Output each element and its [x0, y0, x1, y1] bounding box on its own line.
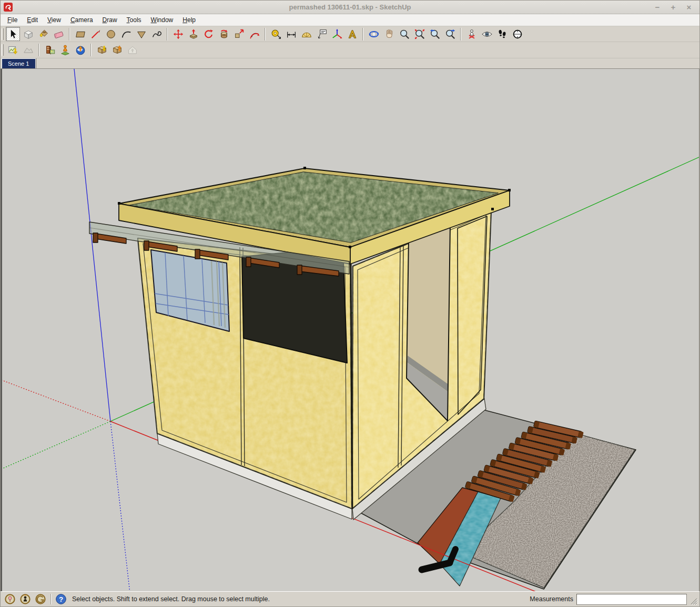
sign-in-status-icon[interactable]	[34, 593, 47, 605]
axes-tool-button[interactable]	[330, 27, 344, 41]
menu-item-help[interactable]: Help	[178, 15, 200, 25]
paint-bucket-tool-button[interactable]	[36, 27, 50, 41]
push-pull-tool-button[interactable]	[186, 27, 200, 41]
toolbar-separator	[460, 28, 461, 41]
polygon-tool-button[interactable]	[134, 27, 148, 41]
geolocation-status-icon[interactable]	[4, 593, 16, 605]
measurements-input[interactable]	[576, 594, 687, 605]
window-controls: −+×	[653, 3, 699, 12]
section-plane-tool-button[interactable]	[510, 27, 524, 41]
svg-text:?: ?	[59, 595, 63, 603]
minimize-button[interactable]: −	[653, 3, 662, 12]
add-building-tool-button[interactable]	[58, 43, 72, 57]
window-title: permashed 130611-01.skp - SketchUp	[1, 3, 699, 11]
scene-tab-strip: Scene 1	[1, 58, 699, 69]
toggle-terrain-tool-button[interactable]	[21, 43, 35, 57]
tape-measure-tool-button[interactable]	[269, 27, 283, 41]
model-credit-status-icon[interactable]	[19, 593, 32, 605]
rotate-tool-button[interactable]	[201, 27, 216, 41]
text-tool-button[interactable]	[315, 27, 329, 41]
zoom-next-tool-button[interactable]	[443, 27, 457, 41]
circle-tool-button[interactable]	[104, 27, 118, 41]
title-bar[interactable]: permashed 130611-01.skp - SketchUp −+×	[1, 1, 699, 14]
toolbar-grip[interactable]	[2, 28, 4, 40]
status-hint: Select objects. Shift to extend select. …	[72, 595, 270, 603]
model-canvas[interactable]	[2, 69, 699, 591]
toolbar-separator	[38, 44, 39, 56]
scene-tab-scene-1[interactable]: Scene 1	[2, 58, 36, 68]
eraser-tool-button[interactable]	[52, 27, 66, 41]
toolbar-separator	[265, 28, 266, 41]
toolbar-web	[1, 42, 699, 58]
toolbar-grip[interactable]	[2, 44, 4, 56]
select-tool-button[interactable]	[6, 27, 20, 41]
status-bar: ? Select objects. Shift to extend select…	[1, 591, 699, 606]
share-component-tool-button[interactable]	[125, 43, 139, 57]
protractor-tool-button[interactable]	[299, 27, 313, 41]
orbit-tool-button[interactable]	[367, 27, 381, 41]
arc-tool-button[interactable]	[119, 27, 133, 41]
sketchup-logo-icon	[4, 3, 13, 12]
pan-tool-button[interactable]	[382, 27, 396, 41]
photo-textures-tool-button[interactable]	[43, 43, 57, 57]
resize-grip[interactable]	[689, 596, 697, 605]
scale-tool-button[interactable]	[232, 27, 246, 41]
menu-item-file[interactable]: File	[3, 15, 22, 25]
menu-item-draw[interactable]: Draw	[98, 15, 122, 25]
toolbar-separator	[167, 28, 168, 41]
get-models-tool-button[interactable]	[95, 43, 109, 57]
toolbar-main	[1, 26, 699, 42]
add-location-tool-button[interactable]	[6, 43, 20, 57]
menu-item-window[interactable]: Window	[146, 15, 178, 25]
dimension-tool-button[interactable]	[284, 27, 298, 41]
position-camera-tool-button[interactable]	[464, 27, 479, 41]
menu-item-edit[interactable]: Edit	[22, 15, 43, 25]
help-icon[interactable]: ?	[55, 593, 67, 605]
sketchup-window: permashed 130611-01.skp - SketchUp −+× F…	[0, 0, 700, 607]
status-separator	[50, 594, 52, 604]
zoom-extents-tool-button[interactable]	[412, 27, 427, 41]
toolbar-separator	[69, 28, 70, 41]
close-button[interactable]: ×	[685, 3, 693, 12]
offset-tool-button[interactable]	[247, 27, 261, 41]
make-component-tool-button[interactable]	[21, 27, 35, 41]
menu-item-tools[interactable]: Tools	[122, 15, 146, 25]
freehand-tool-button[interactable]	[149, 27, 164, 41]
menu-item-camera[interactable]: Camera	[66, 15, 98, 25]
follow-me-tool-button[interactable]	[217, 27, 231, 41]
3d-text-tool-button[interactable]	[345, 27, 359, 41]
line-tool-button[interactable]	[88, 27, 103, 41]
toolbar-separator	[362, 28, 363, 41]
toolbar-separator	[90, 44, 92, 56]
model-viewport[interactable]	[1, 69, 699, 591]
menu-bar: FileEditViewCameraDrawToolsWindowHelp	[1, 14, 699, 26]
menu-item-view[interactable]: View	[43, 15, 66, 25]
maximize-button[interactable]: +	[669, 3, 677, 12]
move-tool-button[interactable]	[171, 27, 185, 41]
zoom-previous-tool-button[interactable]	[428, 27, 442, 41]
look-around-tool-button[interactable]	[480, 27, 494, 41]
preview-in-google-earth-tool-button[interactable]	[73, 43, 87, 57]
zoom-tool-button[interactable]	[397, 27, 411, 41]
share-model-tool-button[interactable]	[110, 43, 124, 57]
measurements-label: Measurements	[530, 595, 573, 603]
rectangle-tool-button[interactable]	[73, 27, 87, 41]
walk-tool-button[interactable]	[495, 27, 509, 41]
